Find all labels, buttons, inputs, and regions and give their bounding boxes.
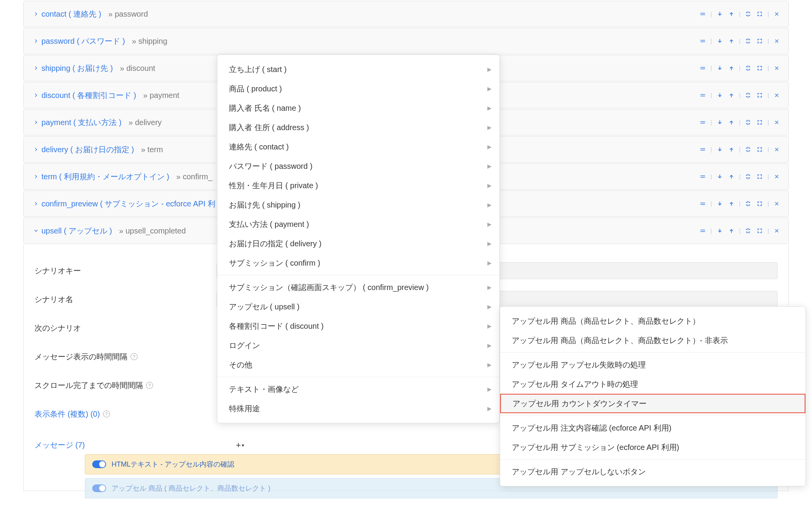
move-down-icon[interactable] [715,36,724,46]
move-down-icon[interactable] [715,199,724,208]
chevron-icon[interactable] [31,147,41,152]
expand-icon[interactable] [755,64,764,73]
expand-icon[interactable] [755,36,764,46]
chevron-icon[interactable] [31,65,41,71]
scenario-row-contact[interactable]: contact ( 連絡先 ) » password | | | [23,1,789,27]
move-up-icon[interactable] [727,91,736,100]
collapse-icon[interactable] [743,64,753,73]
move-up-icon[interactable] [727,36,736,46]
help-icon[interactable]: ? [103,410,110,417]
chevron-icon[interactable] [31,38,41,44]
scenario-label[interactable]: upsell ( アップセル ) [41,226,112,236]
close-icon[interactable] [772,226,781,235]
collapse-icon[interactable] [743,36,753,46]
caret-down-icon[interactable]: ▾ [242,443,244,448]
menu-item[interactable]: 連絡先 ( contact )▶ [217,137,499,156]
menu-item[interactable]: 商品 ( product )▶ [217,79,499,98]
menu-item[interactable]: テキスト・画像など▶ [217,379,499,399]
drag-handle-icon[interactable] [698,145,707,154]
toggle-switch[interactable] [92,460,106,468]
scenario-label[interactable]: shipping ( お届け先 ) [41,63,113,74]
move-down-icon[interactable] [715,91,724,100]
close-icon[interactable] [772,9,781,19]
scenario-label[interactable]: delivery ( お届け日の指定 ) [41,144,134,155]
menu-item[interactable]: 立ち上げ ( start )▶ [217,60,499,79]
move-up-icon[interactable] [727,64,736,73]
drag-handle-icon[interactable] [698,118,707,127]
drag-handle-icon[interactable] [698,199,707,208]
expand-icon[interactable] [755,91,764,100]
submenu-item[interactable]: アップセル用 タイムアウト時の処理 [500,374,805,394]
close-icon[interactable] [772,64,781,73]
scenario-row-password[interactable]: password ( パスワード ) » shipping | | | [23,28,789,54]
scenario-label[interactable]: discount ( 各種割引コード ) [41,90,136,101]
scenario-label[interactable]: confirm_preview ( サブミッション - ecforce API … [41,199,215,209]
chevron-icon[interactable] [31,11,41,17]
submenu-item[interactable]: アップセル用 注文内容確認 (ecforce API 利用) [500,418,805,438]
close-icon[interactable] [772,91,781,100]
chevron-icon[interactable] [31,93,41,98]
menu-item[interactable]: 各種割引コード ( discount )▶ [217,316,499,336]
move-up-icon[interactable] [727,226,736,235]
move-down-icon[interactable] [715,118,724,127]
menu-item[interactable]: アップセル ( upsell )▶ [217,297,499,316]
drag-handle-icon[interactable] [698,9,707,19]
collapse-icon[interactable] [743,118,753,127]
collapse-icon[interactable] [743,9,753,19]
menu-item[interactable]: お届け先 ( shipping )▶ [217,195,499,215]
expand-icon[interactable] [755,199,764,208]
link-conditions[interactable]: 表示条件 (複数) (0)? [34,409,217,419]
scenario-label[interactable]: contact ( 連絡先 ) [41,9,101,19]
move-down-icon[interactable] [715,172,724,181]
link-messages[interactable]: メッセージ (7) [34,440,85,450]
chevron-icon[interactable] [31,174,41,179]
menu-item[interactable]: 特殊用途▶ [217,399,499,418]
menu-item[interactable]: 性別・生年月日 ( private )▶ [217,176,499,195]
menu-item[interactable]: 購入者 氏名 ( name )▶ [217,98,499,118]
menu-item[interactable]: パスワード ( password )▶ [217,156,499,176]
collapse-icon[interactable] [743,199,753,208]
add-message-button[interactable]: + [236,440,241,450]
expand-icon[interactable] [755,118,764,127]
drag-handle-icon[interactable] [698,36,707,46]
drag-handle-icon[interactable] [698,226,707,235]
chevron-icon[interactable] [31,120,41,125]
chevron-icon[interactable] [31,228,41,233]
close-icon[interactable] [772,118,781,127]
collapse-icon[interactable] [743,91,753,100]
expand-icon[interactable] [755,145,764,154]
move-down-icon[interactable] [715,145,724,154]
move-down-icon[interactable] [715,226,724,235]
expand-icon[interactable] [755,9,764,19]
menu-item[interactable]: 支払い方法 ( payment )▶ [217,215,499,234]
close-icon[interactable] [772,172,781,181]
close-icon[interactable] [772,199,781,208]
submenu-item[interactable]: アップセル用 商品（商品セレクト、商品数セレクト） [500,311,805,331]
submenu-item[interactable]: アップセル用 サブミッション (ecforce API 利用) [500,438,805,457]
scenario-label[interactable]: password ( パスワード ) [41,36,125,46]
menu-item[interactable]: お届け日の指定 ( delivery )▶ [217,234,499,253]
move-up-icon[interactable] [727,9,736,19]
menu-item[interactable]: サブミッション ( confirm )▶ [217,253,499,273]
drag-handle-icon[interactable] [698,64,707,73]
move-up-icon[interactable] [727,199,736,208]
submenu-item[interactable]: アップセル用 アップセルしないボタン [500,462,805,481]
scenario-label[interactable]: payment ( 支払い方法 ) [41,117,122,128]
menu-item[interactable]: その他▶ [217,355,499,374]
collapse-icon[interactable] [743,172,753,181]
toggle-switch[interactable] [92,484,106,492]
expand-icon[interactable] [755,226,764,235]
chevron-icon[interactable] [31,201,41,206]
help-icon[interactable]: ? [146,382,153,389]
submenu-item[interactable]: アップセル用 アップセル失敗時の処理 [500,355,805,374]
menu-item[interactable]: ログイン▶ [217,336,499,355]
move-up-icon[interactable] [727,145,736,154]
scenario-label[interactable]: term ( 利用規約・メールオプトイン ) [41,172,169,182]
help-icon[interactable]: ? [131,353,138,360]
drag-handle-icon[interactable] [698,91,707,100]
expand-icon[interactable] [755,172,764,181]
collapse-icon[interactable] [743,145,753,154]
submenu-item[interactable]: アップセル用 カウントダウンタイマー [500,394,805,413]
menu-item[interactable]: 購入者 住所 ( address )▶ [217,118,499,137]
move-down-icon[interactable] [715,64,724,73]
